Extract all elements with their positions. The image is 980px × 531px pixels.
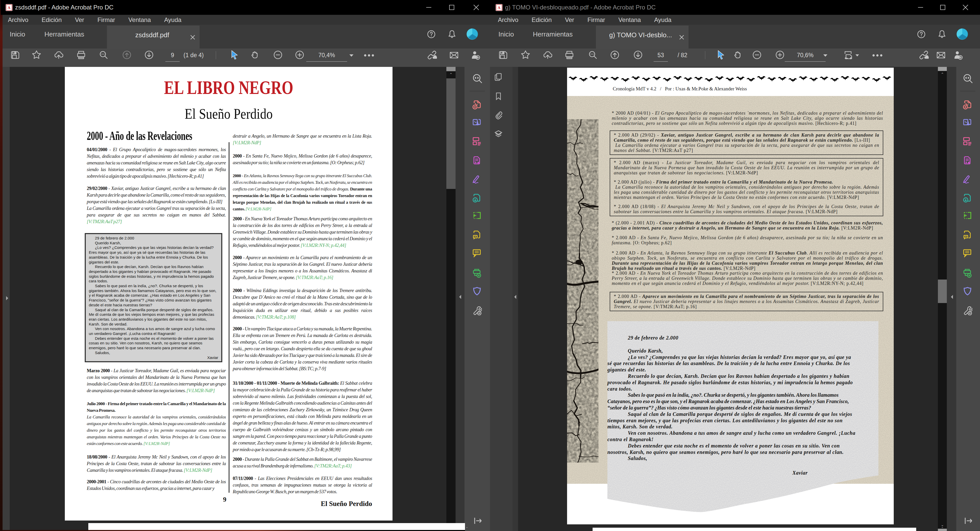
svg-text:A: A	[498, 6, 501, 10]
svg-text:A: A	[8, 6, 11, 10]
